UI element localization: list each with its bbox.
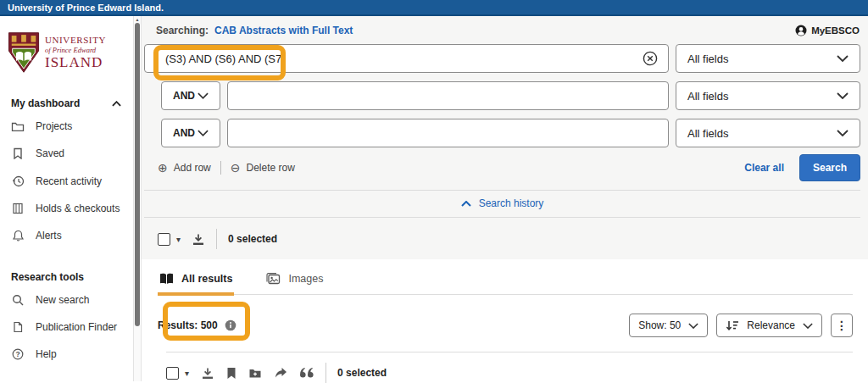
- search-history-label: Search history: [479, 197, 544, 209]
- upei-logo: UNIVERSITY of Prince Edward ISLAND: [0, 28, 133, 82]
- open-book-icon: [159, 273, 174, 285]
- save-bookmark-button[interactable]: [226, 367, 236, 380]
- sidebar-item-publication-finder[interactable]: Publication Finder: [11, 314, 123, 341]
- download-icon: [192, 233, 205, 246]
- share-arrow-icon: [274, 367, 287, 379]
- chevron-down-icon: [803, 323, 813, 329]
- sort-select[interactable]: Relevance: [716, 314, 822, 337]
- help-label: Help: [36, 348, 57, 360]
- search-input-1[interactable]: [144, 44, 669, 73]
- saved-label: Saved: [36, 147, 64, 159]
- field-select-1[interactable]: All fields: [676, 44, 860, 73]
- tab-all-results[interactable]: All results: [158, 270, 234, 296]
- select-menu-caret-icon[interactable]: ▾: [176, 235, 181, 244]
- tab-images[interactable]: Images: [264, 270, 325, 294]
- more-options-button[interactable]: ⋮: [831, 314, 853, 337]
- boolean-select-2-value: AND: [173, 90, 195, 102]
- help-icon: ?: [11, 348, 25, 360]
- delete-row-button[interactable]: ⊖ Delete row: [231, 162, 295, 174]
- chevron-down-icon: [837, 55, 849, 62]
- bookmark-icon: [11, 147, 25, 159]
- search-input-3[interactable]: [227, 119, 669, 147]
- download-button[interactable]: [192, 233, 205, 246]
- download-button[interactable]: [201, 367, 214, 380]
- sidebar-item-help[interactable]: ? Help: [11, 341, 123, 368]
- share-button[interactable]: [274, 367, 287, 379]
- show-select-value: Show: 50: [638, 319, 681, 331]
- sidebar-item-holds-checkouts[interactable]: Holds & checkouts: [11, 195, 123, 222]
- select-all-checkbox[interactable]: [158, 233, 170, 246]
- myebsco-button[interactable]: MyEBSCO: [795, 25, 860, 36]
- searching-label: Searching:: [156, 25, 209, 36]
- chevron-up-icon: [461, 201, 471, 207]
- chevron-down-icon: [198, 92, 209, 99]
- quote-icon: [299, 368, 314, 379]
- info-icon[interactable]: [225, 319, 236, 331]
- select-menu-caret-icon[interactable]: ▾: [185, 369, 189, 378]
- divider: [166, 352, 853, 352]
- add-row-label: Add row: [174, 162, 211, 174]
- database-link[interactable]: CAB Abstracts with Full Text: [214, 25, 353, 36]
- sidebar-item-recent-activity[interactable]: Recent activity: [11, 167, 123, 195]
- sidebar-item-alerts[interactable]: Alerts: [11, 222, 123, 249]
- upei-shield-icon: [8, 31, 40, 74]
- sidebar-item-new-search[interactable]: New search: [11, 286, 123, 314]
- holds-checkouts-label: Holds & checkouts: [36, 203, 120, 214]
- boolean-select-3-value: AND: [173, 127, 195, 139]
- clear-all-link[interactable]: Clear all: [744, 162, 784, 174]
- cite-button[interactable]: [299, 368, 314, 379]
- results-header-row: Results: 500 Show: 50: [158, 314, 853, 337]
- sidebar-nav: My dashboard Projects Saved: [0, 97, 133, 368]
- folder-plus-icon: [248, 368, 262, 379]
- divider: [326, 363, 326, 383]
- myebsco-label: MyEBSCO: [811, 25, 860, 36]
- boolean-select-2[interactable]: AND: [161, 81, 220, 110]
- results-count: Results: 500: [158, 319, 236, 331]
- sidebar-section-research-tools: Research tools: [11, 271, 121, 283]
- selected-count: 0 selected: [228, 233, 277, 245]
- field-select-3[interactable]: All fields: [676, 119, 860, 147]
- images-tab-label: Images: [288, 273, 323, 285]
- sidebar-section-my-dashboard[interactable]: My dashboard: [11, 97, 121, 109]
- upei-logo-text: UNIVERSITY of Prince Edward ISLAND: [45, 36, 106, 69]
- vertical-scrollbar[interactable]: ▲: [133, 16, 142, 381]
- add-row-button[interactable]: ⊕ Add row: [158, 162, 211, 174]
- publication-finder-label: Publication Finder: [36, 321, 117, 333]
- history-clock-icon: [11, 175, 25, 187]
- chevron-down-icon: [837, 130, 849, 136]
- search-button[interactable]: Search: [799, 154, 860, 181]
- field-select-2[interactable]: All fields: [676, 81, 860, 110]
- delete-row-label: Delete row: [247, 162, 295, 174]
- recent-activity-label: Recent activity: [36, 175, 102, 187]
- browser-title-bar: University of Prince Edward Island.: [0, 0, 868, 16]
- field-select-3-value: All fields: [687, 127, 728, 140]
- scrollbar-up-arrow[interactable]: ▲: [134, 17, 141, 22]
- show-per-page-select[interactable]: Show: 50: [629, 314, 708, 337]
- logo-line3: ISLAND: [45, 55, 106, 69]
- scrollbar-thumb[interactable]: [135, 23, 140, 326]
- boolean-select-3[interactable]: AND: [161, 119, 220, 147]
- bookmark-icon: [226, 367, 236, 380]
- chevron-down-icon: [837, 92, 849, 99]
- clear-input-icon[interactable]: [643, 51, 658, 66]
- projects-folder-icon: [11, 121, 25, 132]
- sidebar-item-projects[interactable]: Projects: [11, 113, 123, 140]
- searching-bar: Searching: CAB Abstracts with Full Text …: [156, 25, 860, 36]
- sidebar: UNIVERSITY of Prince Edward ISLAND My da…: [0, 16, 133, 381]
- add-to-project-button[interactable]: [248, 368, 262, 379]
- results-count-label: Results: 500: [158, 319, 218, 331]
- results-tabs: All results Images: [158, 259, 853, 295]
- sidebar-item-saved[interactable]: Saved: [11, 140, 123, 167]
- document-icon: [11, 321, 25, 333]
- research-tools-label: Research tools: [11, 271, 84, 283]
- projects-label: Projects: [36, 120, 72, 132]
- chevron-down-icon: [688, 323, 698, 329]
- results-card: All results Images Results: 500: [142, 259, 868, 383]
- search-history-toggle[interactable]: Search history: [144, 191, 860, 218]
- selected-count: 0 selected: [337, 367, 387, 379]
- main-content: Searching: CAB Abstracts with Full Text …: [142, 16, 868, 381]
- search-input-2[interactable]: [227, 81, 669, 110]
- new-search-label: New search: [36, 294, 89, 306]
- select-all-results-checkbox[interactable]: [166, 367, 179, 380]
- images-icon: [266, 273, 281, 285]
